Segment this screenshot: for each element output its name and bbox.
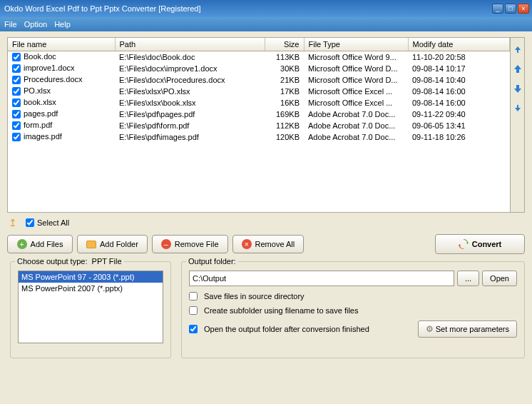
row-checkbox[interactable] — [12, 121, 21, 130]
file-size: 21KB — [265, 74, 304, 86]
move-bottom-icon[interactable] — [513, 103, 523, 115]
output-folder-input[interactable] — [189, 271, 454, 286]
output-folder-label: Output folder: — [186, 257, 238, 266]
table-row[interactable]: images.pdfE:\Files\pdf\images.pdf120KBAd… — [8, 131, 510, 143]
table-row[interactable]: pages.pdfE:\Files\pdf\pages.pdf169KBAdob… — [8, 108, 510, 120]
minimize-button[interactable]: _ — [492, 4, 503, 14]
titlebar: Okdo Word Excel Pdf to Ppt Pptx Converte… — [0, 0, 532, 17]
file-type: Adobe Acrobat 7.0 Doc... — [304, 108, 408, 120]
file-path: E:\Files\docx\Procedures.docx — [115, 74, 265, 86]
file-path: E:\Files\pdf\pages.pdf — [115, 108, 265, 120]
file-type: Microsoft Office Excel ... — [304, 97, 408, 108]
format-listbox[interactable]: MS PowerPoint 97 - 2003 (*.ppt)MS PowerP… — [18, 271, 163, 343]
file-name: improve1.docx — [24, 64, 75, 72]
file-path: E:\Files\docx\improve1.docx — [115, 63, 265, 74]
create-subfolder-label: Create subfolder using filename to save … — [204, 306, 358, 315]
table-row[interactable]: improve1.docxE:\Files\docx\improve1.docx… — [8, 63, 510, 74]
file-name: PO.xlsx — [24, 86, 51, 95]
menu-file[interactable]: File — [4, 20, 17, 29]
file-type: Microsoft Office Word D... — [304, 63, 408, 74]
file-list-panel: File name Path Size File Type Modify dat… — [7, 37, 525, 213]
row-checkbox[interactable] — [12, 53, 21, 61]
list-item[interactable]: MS PowerPoint 97 - 2003 (*.ppt) — [19, 271, 163, 283]
open-folder-button[interactable]: Open — [482, 271, 517, 286]
file-date: 09-11-22 09:40 — [408, 108, 510, 120]
file-size: 16KB — [265, 97, 304, 108]
table-row[interactable]: book.xlsxE:\Files\xlsx\book.xlsx16KBMicr… — [8, 97, 510, 108]
header-type[interactable]: File Type — [304, 38, 408, 51]
row-checkbox[interactable] — [12, 64, 21, 73]
file-name: Book.doc — [24, 52, 56, 61]
convert-button[interactable]: Convert — [435, 234, 525, 254]
table-row[interactable]: form.pdfE:\Files\pdf\form.pdf112KBAdobe … — [8, 120, 510, 131]
file-path: E:\Files\xlsx\book.xlsx — [115, 97, 265, 108]
remove-file-button[interactable]: – Remove File — [152, 235, 228, 253]
maximize-button[interactable]: □ — [505, 4, 516, 14]
save-source-checkbox[interactable] — [189, 292, 198, 301]
file-path: E:\Files\pdf\form.pdf — [115, 120, 265, 131]
file-date: 09-11-18 10:26 — [408, 131, 510, 143]
file-type: Adobe Acrobat 7.0 Doc... — [304, 120, 408, 131]
file-size: 30KB — [265, 63, 304, 74]
close-button[interactable]: × — [518, 4, 529, 14]
file-date: 09-08-14 10:17 — [408, 63, 510, 74]
row-checkbox[interactable] — [12, 133, 21, 141]
output-folder-fieldset: Output folder: ... Open Save files in so… — [181, 261, 525, 358]
folder-icon — [86, 241, 96, 248]
file-date: 11-10-20 20:58 — [408, 51, 510, 63]
file-name: Procedures.docx — [24, 75, 83, 84]
move-top-icon[interactable] — [513, 44, 523, 55]
row-checkbox[interactable] — [12, 110, 21, 118]
list-item[interactable]: MS PowerPoint 2007 (*.pptx) — [19, 283, 163, 294]
open-after-checkbox[interactable] — [189, 325, 198, 333]
file-size: 120KB — [265, 131, 304, 143]
reorder-toolbar — [510, 38, 524, 212]
add-folder-button[interactable]: Add Folder — [77, 235, 148, 253]
file-path: E:\Files\xlsx\PO.xlsx — [115, 86, 265, 97]
file-date: 09-08-14 16:00 — [408, 86, 510, 97]
header-date[interactable]: Modify date — [408, 38, 510, 51]
file-name: form.pdf — [24, 121, 52, 129]
table-row[interactable]: Procedures.docxE:\Files\docx\Procedures.… — [8, 74, 510, 86]
minus-icon: – — [161, 239, 171, 249]
output-type-fieldset: Choose output type: PPT File MS PowerPoi… — [10, 261, 171, 358]
header-name[interactable]: File name — [8, 38, 115, 51]
select-all-checkbox[interactable] — [26, 218, 34, 227]
row-checkbox[interactable] — [12, 99, 21, 107]
file-table: File name Path Size File Type Modify dat… — [8, 38, 510, 143]
convert-icon — [459, 239, 469, 249]
table-row[interactable]: PO.xlsxE:\Files\xlsx\PO.xlsx17KBMicrosof… — [8, 86, 510, 97]
menu-help[interactable]: Help — [54, 20, 71, 29]
browse-button[interactable]: ... — [457, 271, 479, 286]
create-subfolder-checkbox[interactable] — [189, 306, 198, 315]
file-size: 112KB — [265, 120, 304, 131]
plus-icon: + — [17, 239, 27, 249]
up-folder-icon[interactable]: ↥ — [9, 217, 17, 228]
table-row[interactable]: Book.docE:\Files\doc\Book.doc113KBMicros… — [8, 51, 510, 63]
open-after-label: Open the output folder after conversion … — [204, 325, 369, 333]
file-name: book.xlsx — [24, 98, 56, 106]
file-size: 169KB — [265, 108, 304, 120]
move-down-icon[interactable] — [513, 84, 523, 95]
row-checkbox[interactable] — [12, 87, 21, 96]
file-size: 17KB — [265, 86, 304, 97]
file-type: Adobe Acrobat 7.0 Doc... — [304, 131, 408, 143]
save-source-label: Save files in source directory — [204, 292, 305, 301]
x-icon: × — [242, 239, 252, 249]
output-type-label: Choose output type: PPT File — [15, 257, 124, 266]
file-date: 09-08-14 16:00 — [408, 97, 510, 108]
remove-all-button[interactable]: × Remove All — [232, 235, 305, 253]
header-size[interactable]: Size — [265, 38, 304, 51]
add-files-button[interactable]: + Add Files — [7, 235, 73, 253]
file-name: pages.pdf — [24, 109, 58, 118]
file-type: Microsoft Office Excel ... — [304, 86, 408, 97]
select-all-label: Select All — [37, 218, 69, 227]
window-title: Okdo Word Excel Pdf to Ppt Pptx Converte… — [3, 4, 491, 13]
gear-icon: ⚙ — [426, 324, 434, 334]
menu-option[interactable]: Option — [24, 20, 47, 29]
file-type: Microsoft Office Word D... — [304, 74, 408, 86]
row-checkbox[interactable] — [12, 76, 21, 84]
set-more-parameters-button[interactable]: ⚙ Set more parameters — [418, 320, 517, 338]
header-path[interactable]: Path — [115, 38, 265, 51]
move-up-icon[interactable] — [513, 64, 523, 75]
